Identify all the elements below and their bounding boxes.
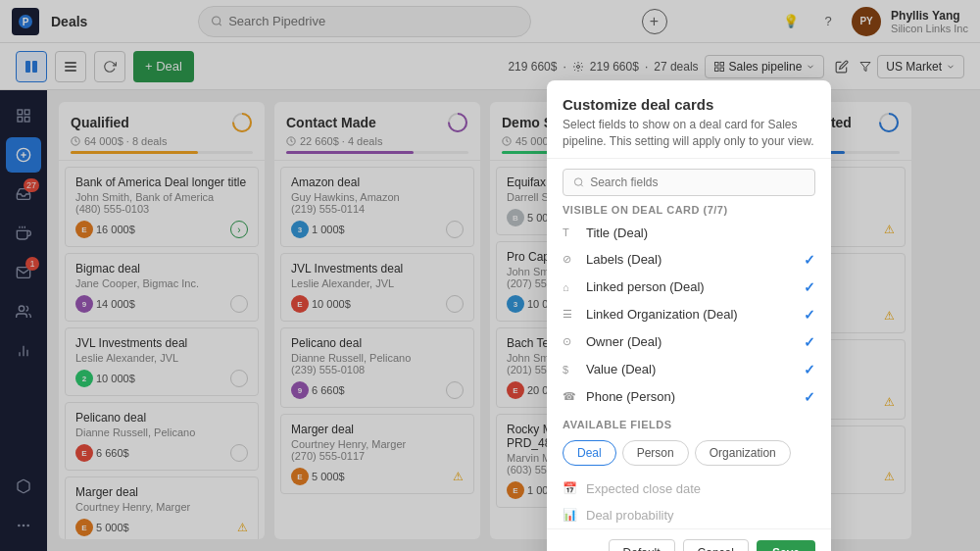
field-label-0: Title (Deal) xyxy=(586,225,815,240)
svg-line-41 xyxy=(581,184,583,186)
modal-field-row-0[interactable]: T Title (Deal) xyxy=(547,220,831,246)
modal-avail-field-0[interactable]: 📅 Expected close date xyxy=(547,476,831,502)
modal-overlay[interactable] xyxy=(0,0,980,551)
modal-available-fields: 📅 Expected close date 📊 Deal probability xyxy=(547,476,831,528)
modal-avail-field-1[interactable]: 📊 Deal probability xyxy=(547,502,831,528)
modal-field-row-4[interactable]: ⊙ Owner (Deal) ✓ xyxy=(547,328,831,356)
field-icon-0: T xyxy=(563,226,578,238)
visible-section-label: VISIBLE ON DEAL CARD (7/7) xyxy=(547,196,831,220)
field-check-1: ✓ xyxy=(804,252,815,268)
modal-search-bar[interactable] xyxy=(563,169,815,196)
field-label-6: Phone (Person) xyxy=(586,389,796,404)
avail-icon-1: 📊 xyxy=(563,508,578,522)
available-section-label: AVAILABLE FIELDS xyxy=(547,411,831,434)
field-check-2: ✓ xyxy=(804,279,815,295)
modal-search-input[interactable] xyxy=(590,175,805,189)
field-icon-5: $ xyxy=(563,364,578,376)
modal-title: Customize deal cards xyxy=(563,96,815,113)
field-icon-6: ☎ xyxy=(563,390,578,403)
modal-field-row-2[interactable]: ⌂ Linked person (Deal) ✓ xyxy=(547,274,831,301)
modal-header: Customize deal cards Select fields to sh… xyxy=(547,80,831,159)
customize-modal: Customize deal cards Select fields to sh… xyxy=(547,80,831,551)
field-label-5: Value (Deal) xyxy=(586,362,796,376)
avail-label-0: Expected close date xyxy=(586,481,815,496)
field-icon-3: ☰ xyxy=(563,308,578,321)
cancel-button[interactable]: Cancel xyxy=(683,539,749,551)
field-check-3: ✓ xyxy=(804,307,815,323)
field-check-6: ✓ xyxy=(804,389,815,405)
field-icon-2: ⌂ xyxy=(563,281,578,293)
modal-tabs: DealPersonOrganization xyxy=(547,434,831,476)
avail-label-1: Deal probability xyxy=(586,508,815,523)
field-check-5: ✓ xyxy=(804,362,815,377)
modal-fields-list: T Title (Deal) ⊘ Labels (Deal) ✓ ⌂ Linke… xyxy=(547,220,831,411)
modal-field-row-1[interactable]: ⊘ Labels (Deal) ✓ xyxy=(547,246,831,274)
modal-field-row-3[interactable]: ☰ Linked Organization (Deal) ✓ xyxy=(547,301,831,328)
modal-footer: Default Cancel Save xyxy=(547,528,831,551)
default-button[interactable]: Default xyxy=(609,539,675,551)
modal-tab-organization[interactable]: Organization xyxy=(695,440,791,466)
modal-description: Select fields to show on a deal card for… xyxy=(563,117,815,150)
modal-field-row-5[interactable]: $ Value (Deal) ✓ xyxy=(547,356,831,383)
field-label-1: Labels (Deal) xyxy=(586,252,796,267)
field-check-4: ✓ xyxy=(804,334,815,350)
field-label-3: Linked Organization (Deal) xyxy=(586,307,796,322)
save-button[interactable]: Save xyxy=(757,540,815,551)
modal-tab-deal[interactable]: Deal xyxy=(563,440,616,466)
modal-tab-person[interactable]: Person xyxy=(622,440,689,466)
field-label-4: Owner (Deal) xyxy=(586,334,796,349)
field-icon-1: ⊘ xyxy=(563,253,578,266)
modal-field-row-6[interactable]: ☎ Phone (Person) ✓ xyxy=(547,383,831,411)
svg-point-40 xyxy=(574,177,581,184)
avail-icon-0: 📅 xyxy=(563,481,578,495)
field-label-2: Linked person (Deal) xyxy=(586,279,796,294)
field-icon-4: ⊙ xyxy=(563,335,578,348)
